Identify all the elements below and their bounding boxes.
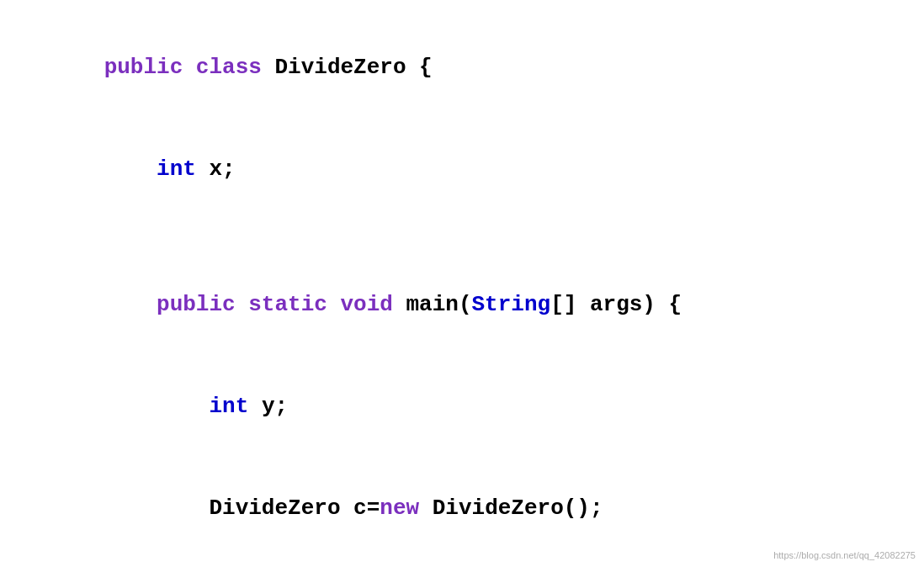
main-container: public class DivideZero { int x; public … (0, 0, 924, 567)
keyword-int-x: int (157, 156, 209, 182)
code-line-6: DivideZero c=new DivideZero(); (25, 458, 899, 559)
keyword-string: String (472, 292, 551, 317)
new-obj: DivideZero c= (209, 495, 380, 521)
code-section: public class DivideZero { int x; public … (25, 17, 899, 567)
code-line-5: int y; (25, 356, 899, 458)
main-method: main( (406, 292, 472, 317)
watermark: https://blog.csdn.net/qq_42082275 (773, 550, 916, 560)
var-y: y; (262, 394, 288, 419)
code-line-7: y=3/c.x; (25, 559, 899, 567)
indent4 (104, 495, 210, 521)
keyword-int-y: int (209, 394, 261, 419)
args-param: [] args) { (550, 292, 682, 317)
indent1 (104, 156, 157, 182)
keyword-new: new (380, 495, 432, 521)
code-line-2: int x; (25, 119, 899, 220)
classname: DivideZero { (274, 55, 432, 80)
code-line-4: public static void main(String[] args) { (25, 254, 899, 356)
indent3 (104, 394, 210, 419)
var-x: x; (209, 156, 235, 182)
keyword-void: void (340, 292, 406, 317)
keyword-public: public (104, 55, 196, 80)
keyword-static: static (248, 292, 340, 317)
new-obj2: DivideZero(); (433, 495, 603, 521)
code-line-1: public class DivideZero { (25, 17, 899, 119)
keyword-public2: public (157, 292, 248, 317)
indent2 (104, 292, 157, 317)
code-line-3 (25, 220, 899, 254)
keyword-class: class (196, 55, 275, 80)
